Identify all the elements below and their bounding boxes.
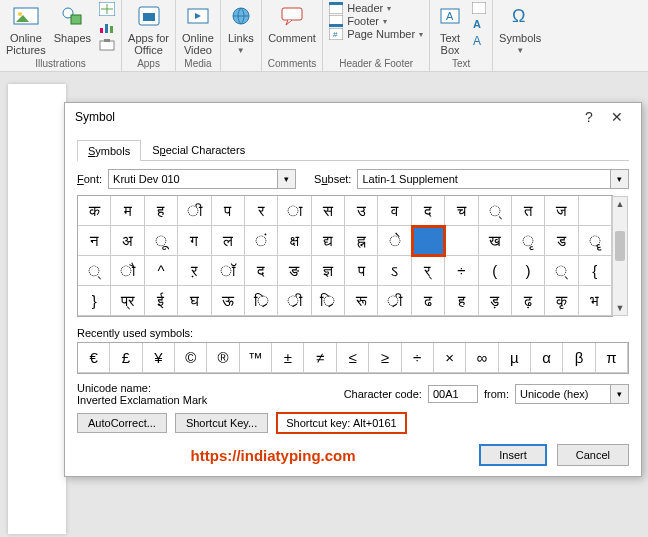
symbol-cell[interactable]: ं bbox=[245, 226, 278, 256]
autocorrect-button[interactable]: AutoCorrect... bbox=[77, 413, 167, 433]
symbol-cell[interactable]: म bbox=[111, 196, 144, 226]
apps-for-office-button[interactable]: Apps for Office bbox=[128, 2, 169, 56]
symbol-cell[interactable]: ङ bbox=[278, 256, 311, 286]
recent-symbol-cell[interactable]: α bbox=[531, 343, 563, 373]
symbol-cell[interactable]: स bbox=[312, 196, 345, 226]
symbol-cell[interactable]: द bbox=[412, 196, 445, 226]
dialog-titlebar[interactable]: Symbol ? ✕ bbox=[65, 103, 641, 131]
symbol-cell[interactable]: ् bbox=[479, 196, 512, 226]
cancel-button[interactable]: Cancel bbox=[557, 444, 629, 466]
symbol-cell[interactable]: क्ष bbox=[278, 226, 311, 256]
symbol-cell[interactable]: रू bbox=[345, 286, 378, 316]
symbol-cell[interactable]: ॄ bbox=[579, 226, 612, 256]
recent-symbol-cell[interactable]: × bbox=[434, 343, 466, 373]
symbol-cell[interactable]: द्य bbox=[312, 226, 345, 256]
recent-symbol-cell[interactable]: β bbox=[563, 343, 595, 373]
symbol-cell[interactable]: ढ़ bbox=[512, 286, 545, 316]
symbol-cell[interactable]: ड bbox=[545, 226, 578, 256]
symbol-cell[interactable]: ऱ bbox=[178, 256, 211, 286]
symbol-cell[interactable]: ल bbox=[212, 226, 245, 256]
symbols-button[interactable]: Ω Symbols ▼ bbox=[499, 2, 541, 55]
symbol-cell[interactable]: े bbox=[378, 226, 411, 256]
symbol-cell[interactable]: ÷ bbox=[445, 256, 478, 286]
symbol-cell[interactable]: ज bbox=[545, 196, 578, 226]
symbol-cell[interactable]: र्ी bbox=[378, 286, 411, 316]
symbol-cell[interactable]: व bbox=[378, 196, 411, 226]
symbol-cell[interactable]: र bbox=[245, 196, 278, 226]
recent-symbol-cell[interactable]: ® bbox=[207, 343, 239, 373]
symbol-cell[interactable]: ^ bbox=[145, 256, 178, 286]
scroll-thumb[interactable] bbox=[615, 231, 625, 261]
online-video-button[interactable]: Online Video bbox=[182, 2, 214, 56]
recent-symbol-cell[interactable]: µ bbox=[499, 343, 531, 373]
symbol-cell[interactable]: ऽ bbox=[378, 256, 411, 286]
symbol-cell[interactable]: क bbox=[78, 196, 111, 226]
symbol-cell[interactable] bbox=[412, 226, 445, 256]
symbol-cell[interactable]: प्र bbox=[111, 286, 144, 316]
grid-scrollbar[interactable]: ▲ ▼ bbox=[612, 196, 628, 316]
page[interactable] bbox=[8, 84, 66, 534]
online-pictures-button[interactable]: Online Pictures bbox=[6, 2, 46, 56]
recent-symbol-cell[interactable]: € bbox=[78, 343, 110, 373]
tab-symbols[interactable]: Symbols bbox=[77, 140, 141, 161]
symbol-cell[interactable]: ई bbox=[145, 286, 178, 316]
recent-symbol-cell[interactable]: ± bbox=[272, 343, 304, 373]
symbol-cell[interactable]: ह्न bbox=[345, 226, 378, 256]
from-combo-dropdown[interactable]: ▾ bbox=[611, 384, 629, 404]
symbol-cell[interactable]: } bbox=[78, 286, 111, 316]
help-button[interactable]: ? bbox=[575, 109, 603, 125]
tab-special-characters[interactable]: Special Characters bbox=[141, 139, 256, 160]
font-combo-dropdown[interactable]: ▾ bbox=[278, 169, 296, 189]
recent-symbol-cell[interactable]: ¥ bbox=[143, 343, 175, 373]
symbol-cell[interactable]: ज्ञ bbox=[312, 256, 345, 286]
symbol-cell[interactable]: ( bbox=[479, 256, 512, 286]
symbol-cell[interactable]: अ bbox=[111, 226, 144, 256]
recent-symbol-cell[interactable]: © bbox=[175, 343, 207, 373]
symbol-cell[interactable]: ) bbox=[512, 256, 545, 286]
symbol-cell[interactable]: ् bbox=[545, 256, 578, 286]
symbol-cell[interactable]: ी bbox=[178, 196, 211, 226]
recent-symbols-grid[interactable]: €£¥©®™±≠≤≥÷×∞µαβπ bbox=[77, 342, 629, 374]
symbol-cell[interactable]: { bbox=[579, 256, 612, 286]
links-button[interactable]: Links ▼ bbox=[227, 2, 255, 55]
symbol-cell[interactable]: उ bbox=[345, 196, 378, 226]
scroll-up-icon[interactable]: ▲ bbox=[613, 197, 627, 211]
scroll-down-icon[interactable]: ▼ bbox=[613, 301, 627, 315]
symbol-cell[interactable]: ् bbox=[78, 256, 111, 286]
symbol-cell[interactable]: भ bbox=[579, 286, 612, 316]
symbol-cell[interactable] bbox=[445, 226, 478, 256]
quick-parts-icon[interactable] bbox=[472, 2, 486, 14]
recent-symbol-cell[interactable]: π bbox=[596, 343, 628, 373]
recent-symbol-cell[interactable]: ∞ bbox=[466, 343, 498, 373]
symbol-cell[interactable]: ृ bbox=[512, 226, 545, 256]
symbol-cell[interactable]: कृ bbox=[545, 286, 578, 316]
comment-button[interactable]: Comment bbox=[268, 2, 316, 44]
symbol-cell[interactable]: ॉ bbox=[212, 256, 245, 286]
wordart-icon[interactable]: A bbox=[472, 18, 486, 30]
screenshot-icon[interactable] bbox=[99, 38, 115, 52]
drop-cap-icon[interactable]: A bbox=[472, 34, 486, 46]
footer-button[interactable]: Footer ▾ bbox=[329, 15, 423, 27]
symbol-grid[interactable]: कमहीपरासउवदच्तज नअूगलंक्षद्यह्नेखृडॄ्ौ^ऱ… bbox=[78, 196, 612, 316]
symbol-cell[interactable]: र्ी bbox=[278, 286, 311, 316]
text-box-button[interactable]: A Text Box bbox=[436, 2, 464, 56]
shortcut-key-button[interactable]: Shortcut Key... bbox=[175, 413, 268, 433]
insert-button[interactable]: Insert bbox=[479, 444, 547, 466]
symbol-cell[interactable]: ू bbox=[145, 226, 178, 256]
symbol-cell[interactable]: त bbox=[512, 196, 545, 226]
symbol-cell[interactable]: द bbox=[245, 256, 278, 286]
symbol-cell[interactable]: र्ि bbox=[245, 286, 278, 316]
symbol-cell[interactable]: ा bbox=[278, 196, 311, 226]
recent-symbol-cell[interactable]: ÷ bbox=[402, 343, 434, 373]
charcode-input[interactable] bbox=[428, 385, 478, 403]
smartart-icon[interactable] bbox=[99, 2, 115, 16]
subset-combo-dropdown[interactable]: ▾ bbox=[611, 169, 629, 189]
header-button[interactable]: Header ▾ bbox=[329, 2, 423, 14]
symbol-cell[interactable]: र् bbox=[412, 256, 445, 286]
symbol-cell[interactable]: ग bbox=[178, 226, 211, 256]
close-button[interactable]: ✕ bbox=[603, 109, 631, 125]
recent-symbol-cell[interactable]: ≤ bbox=[337, 343, 369, 373]
symbol-cell[interactable]: ढ bbox=[412, 286, 445, 316]
recent-symbol-cell[interactable]: ≠ bbox=[304, 343, 336, 373]
chart-icon[interactable] bbox=[99, 20, 115, 34]
